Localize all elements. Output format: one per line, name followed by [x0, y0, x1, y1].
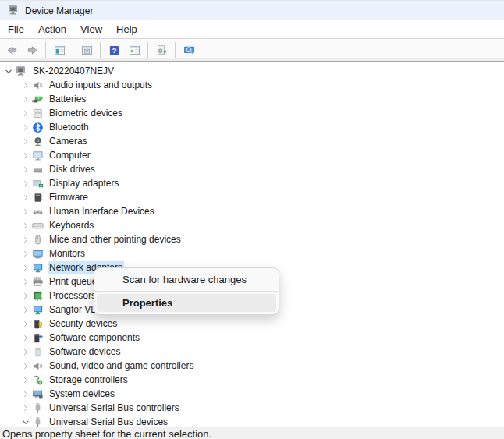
- tree-item-universal-serial-bus-devices[interactable]: Universal Serial Bus devices: [0, 415, 504, 427]
- network-adapter-icon: [32, 304, 44, 316]
- tree-item-sk-20220407nejv[interactable]: SK-20220407NEJV: [0, 64, 504, 78]
- tree-item-monitors[interactable]: Monitors: [0, 246, 504, 260]
- chevron-right-icon[interactable]: [20, 318, 31, 329]
- tree-item-label: Firmware: [48, 191, 90, 204]
- context-menu-item-scan-for-hardware-changes[interactable]: Scan for hardware changes: [97, 271, 276, 289]
- status-bar: Opens property sheet for the current sel…: [0, 427, 504, 439]
- remote-monitor-icon: [183, 44, 195, 56]
- tree-item-storage-controllers[interactable]: Storage controllers: [0, 373, 504, 387]
- window-title: Device Manager: [25, 5, 93, 16]
- firmware-icon: [32, 192, 44, 204]
- monitor-icon: [32, 248, 44, 260]
- chevron-right-icon[interactable]: [20, 220, 31, 231]
- chevron-right-icon[interactable]: [20, 402, 31, 413]
- tree-item-bluetooth[interactable]: Bluetooth: [0, 120, 504, 134]
- menu-action[interactable]: Action: [31, 22, 73, 37]
- display-adapter-icon: [32, 178, 44, 189]
- mouse-icon: [32, 234, 44, 246]
- chevron-down-icon[interactable]: [20, 416, 31, 427]
- remote-computer-button[interactable]: [179, 41, 198, 59]
- tree-item-sound-video-and-game-controllers[interactable]: Sound, video and game controllers: [0, 359, 504, 373]
- chevron-right-icon[interactable]: [20, 150, 31, 161]
- back-icon: [6, 44, 18, 56]
- tree-item-label: Human Interface Devices: [48, 205, 156, 218]
- properties-button[interactable]: [77, 41, 96, 59]
- context-menu-item-properties[interactable]: Properties: [97, 294, 276, 312]
- chevron-right-icon[interactable]: [20, 234, 31, 245]
- forward-icon: [27, 44, 38, 56]
- tree-item-computer[interactable]: Computer: [0, 148, 504, 162]
- chevron-right-icon[interactable]: [20, 80, 31, 90]
- toolbar: ?: [0, 39, 504, 62]
- tree-item-mice-and-other-pointing-devices[interactable]: Mice and other pointing devices: [0, 232, 504, 246]
- storage-icon: [32, 374, 44, 386]
- chevron-right-icon[interactable]: [20, 304, 31, 315]
- chevron-right-icon[interactable]: [20, 192, 31, 203]
- tree-item-system-devices[interactable]: System devices: [0, 387, 504, 401]
- tree-item-label: Software devices: [48, 345, 122, 359]
- audio-icon: [32, 80, 44, 91]
- chevron-right-icon[interactable]: [20, 206, 31, 217]
- menu-help[interactable]: Help: [109, 22, 144, 37]
- usb-icon: [32, 416, 44, 427]
- tree-item-disk-drives[interactable]: Disk drives: [0, 162, 504, 176]
- action-pane-button[interactable]: [125, 41, 144, 59]
- chevron-right-icon[interactable]: [20, 248, 31, 259]
- tree-item-biometric-devices[interactable]: Biometric devices: [0, 106, 504, 120]
- battery-icon: [32, 94, 44, 105]
- title-bar: Device Manager: [0, 0, 504, 20]
- tree-item-security-devices[interactable]: Security devices: [0, 317, 504, 331]
- chevron-right-icon[interactable]: [20, 122, 31, 133]
- tree-item-label: Biometric devices: [48, 107, 124, 120]
- tree-item-label: Processors: [48, 289, 98, 303]
- tree-item-software-components[interactable]: Software components: [0, 331, 504, 345]
- tree-item-label: Cameras: [48, 135, 89, 148]
- menu-file[interactable]: File: [1, 22, 31, 37]
- context-menu-separator: [95, 291, 278, 292]
- chevron-right-icon[interactable]: [20, 346, 31, 357]
- toolbar-separator: [45, 42, 46, 58]
- tree-item-label: Computer: [48, 149, 92, 162]
- chevron-down-icon[interactable]: [3, 65, 14, 76]
- tree-item-batteries[interactable]: Batteries: [0, 92, 504, 106]
- help-icon: ?: [108, 44, 120, 56]
- chevron-right-icon[interactable]: [20, 164, 31, 175]
- chevron-right-icon[interactable]: [20, 262, 31, 273]
- tree-item-software-devices[interactable]: Software devices: [0, 345, 504, 359]
- chevron-right-icon[interactable]: [20, 94, 31, 104]
- tree-item-label: Universal Serial Bus devices: [48, 416, 169, 427]
- chevron-right-icon[interactable]: [20, 276, 31, 287]
- chevron-right-icon[interactable]: [20, 178, 31, 189]
- tree-item-universal-serial-bus-controllers[interactable]: Universal Serial Bus controllers: [0, 401, 504, 415]
- device-manager-window: Device Manager FileActionViewHelp ? SK-2…: [0, 0, 504, 439]
- tree-item-human-interface-devices[interactable]: Human Interface Devices: [0, 204, 504, 218]
- tree-item-cameras[interactable]: Cameras: [0, 134, 504, 148]
- back-button[interactable]: [2, 41, 21, 59]
- tree-item-label: Display adapters: [48, 177, 120, 190]
- chevron-right-icon[interactable]: [20, 136, 31, 147]
- chevron-right-icon[interactable]: [20, 290, 31, 301]
- camera-icon: [32, 136, 44, 147]
- computer-monitor-icon: [32, 150, 44, 161]
- chevron-right-icon[interactable]: [20, 332, 31, 343]
- device-tree: SK-20220407NEJVAudio inputs and outputsB…: [0, 62, 504, 427]
- tree-item-audio-inputs-and-outputs[interactable]: Audio inputs and outputs: [0, 78, 504, 92]
- chevron-right-icon[interactable]: [20, 360, 31, 371]
- forward-button[interactable]: [23, 41, 41, 59]
- scan-hardware-button[interactable]: [152, 41, 171, 59]
- chevron-right-icon[interactable]: [20, 108, 31, 119]
- menu-view[interactable]: View: [73, 22, 109, 37]
- tree-item-label: Software components: [48, 331, 141, 345]
- context-menu: Scan for hardware changesProperties: [94, 267, 279, 315]
- tree-item-label: Universal Serial Bus controllers: [48, 402, 181, 415]
- tree-item-display-adapters[interactable]: Display adapters: [0, 176, 504, 190]
- help-button[interactable]: ?: [105, 41, 123, 59]
- chevron-right-icon[interactable]: [20, 388, 31, 399]
- show-console-tree-button[interactable]: [50, 41, 69, 59]
- tree-item-keyboards[interactable]: Keyboards: [0, 218, 504, 232]
- tree-item-firmware[interactable]: Firmware: [0, 190, 504, 204]
- keyboard-icon: [32, 220, 44, 232]
- chevron-right-icon[interactable]: [20, 374, 31, 385]
- tree-item-label: Bluetooth: [48, 121, 91, 134]
- tree-item-label: Storage controllers: [48, 374, 130, 387]
